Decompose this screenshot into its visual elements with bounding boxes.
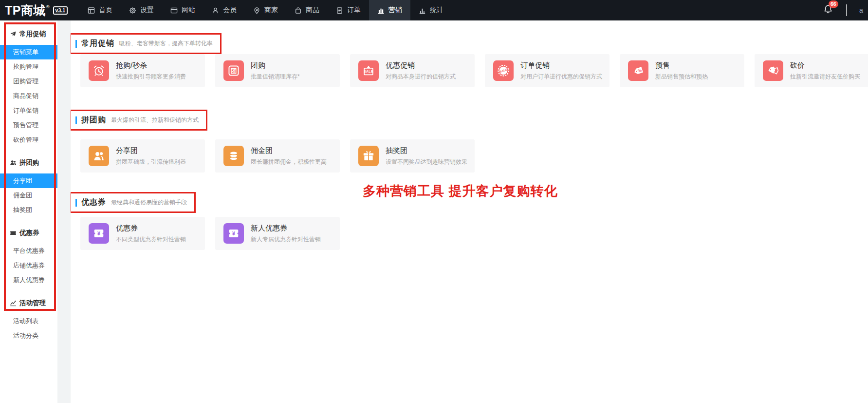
- sidebar-group-coupon[interactable]: 优惠券: [0, 227, 57, 239]
- sidebar-item-bargain-manage[interactable]: 砍价管理: [0, 133, 57, 147]
- section-coupon: 优惠券最经典和通俗易懂的营销手段¥优惠券不同类型优惠券针对性营销¥新人优惠券新人…: [71, 192, 868, 250]
- website-icon: [170, 7, 178, 14]
- nav-item-label: 首页: [99, 6, 112, 15]
- sidebar-item-label: 营销菜单: [13, 48, 38, 56]
- people-icon: [10, 159, 17, 166]
- sidebar-item-presale-manage[interactable]: 预售管理: [0, 118, 57, 133]
- sidebar-item-product-promo[interactable]: 商品促销: [0, 89, 57, 103]
- section-subtitle: 最经典和通俗易懂的营销手段: [111, 198, 187, 207]
- coupon-yen-icon: ¥: [89, 223, 109, 244]
- nav-item-label: 商家: [264, 6, 278, 15]
- sidebar-group-label: 常用促销: [19, 30, 46, 38]
- sidebar-group-pin-group-buy[interactable]: 拼团购: [0, 157, 57, 169]
- nav-item-label: 统计: [430, 6, 443, 15]
- section-header-row: 拼团购最火爆的引流、拉新和促销的方式: [71, 110, 868, 131]
- sidebar-item-groupbuy-manage[interactable]: 团购管理: [0, 74, 57, 89]
- marketing-icon: [377, 7, 385, 14]
- sidebar-item-activity-list[interactable]: 活动列表: [0, 314, 57, 328]
- card-text: 订单促销对用户订单进行优惠的促销方式: [520, 61, 602, 81]
- sidebar-item-flash-manage[interactable]: 抢购管理: [0, 59, 57, 74]
- sidebar-item-label: 佣金团: [13, 192, 32, 199]
- notification-bell[interactable]: 66: [823, 4, 833, 17]
- card-desc: 对商品本身进行的促销方式: [386, 73, 456, 81]
- card-text: 团购批量促销清理库存*: [251, 61, 300, 81]
- sidebar-item-commission-group[interactable]: 佣金团: [0, 188, 57, 203]
- sidebar-item-label: 订单促销: [13, 107, 38, 114]
- sidebar-item-label: 分享团: [13, 177, 32, 184]
- nav-item-stats[interactable]: 统计: [410, 0, 452, 20]
- merchant-icon: [253, 7, 260, 14]
- sidebar-item-label: 商品促销: [13, 92, 38, 99]
- version-badge: v3.1: [53, 6, 68, 15]
- nav-item-marketing[interactable]: 营销: [369, 0, 410, 20]
- promo-icon: [10, 31, 17, 38]
- nav-item-label: 设置: [140, 6, 154, 15]
- product-icon: [295, 7, 302, 14]
- sidebar-item-activity-category[interactable]: 活动分类: [0, 328, 57, 343]
- annotation-box-coupon-header: 优惠券最经典和通俗易懂的营销手段: [71, 192, 196, 213]
- section-accent-bar: [75, 40, 77, 48]
- section-accent-bar: [75, 116, 77, 124]
- card-bargain[interactable]: 砍价拉新引流邀请好友低价购买: [755, 54, 868, 87]
- card-presale[interactable]: %预售新品销售预估和预热: [620, 54, 744, 87]
- section-common-promo: 常用促销吸粉、老客带新客，提高下单转化率抢购/秒杀快速抢购引导顾客更多消费团团购…: [71, 33, 868, 87]
- card-order-promo[interactable]: SALE订单促销对用户订单进行优惠的促销方式: [485, 54, 609, 87]
- nav-item-member[interactable]: 会员: [203, 0, 245, 20]
- sections-container: 常用促销吸粉、老客带新客，提高下单转化率抢购/秒杀快速抢购引导顾客更多消费团团购…: [71, 33, 868, 250]
- nav-item-product[interactable]: 商品: [286, 0, 328, 20]
- card-flash-sale[interactable]: 抢购/秒杀快速抢购引导顾客更多消费: [80, 54, 205, 87]
- main-content: 常用促销吸粉、老客带新客，提高下单转化率抢购/秒杀快速抢购引导顾客更多消费团团购…: [71, 20, 868, 403]
- sidebar-group-common-promo[interactable]: 常用促销: [0, 28, 57, 40]
- nav-item-label: 会员: [223, 6, 237, 15]
- card-title: 优惠券: [116, 224, 186, 233]
- sidebar-item-platform-coupon[interactable]: 平台优惠券: [0, 244, 57, 258]
- user-menu[interactable]: a: [859, 6, 864, 14]
- sale-sign-icon: SALE: [358, 60, 379, 81]
- card-title: 佣金团: [251, 146, 327, 155]
- card-new-user-coupon[interactable]: ¥新人优惠券新人专属优惠券针对性营销: [215, 217, 340, 250]
- card-discount-promo[interactable]: SALE优惠促销对商品本身进行的促销方式: [350, 54, 475, 87]
- sidebar-item-shop-coupon[interactable]: 店铺优惠券: [0, 258, 57, 273]
- annotation-box-common-promo-header: 常用促销吸粉、老客带新客，提高下单转化率: [71, 33, 222, 54]
- nav-item-settings[interactable]: 设置: [121, 0, 162, 20]
- nav-item-label: 商品: [306, 6, 319, 15]
- sidebar-item-new-user-coupon[interactable]: 新人优惠券: [0, 273, 57, 288]
- app-logo[interactable]: TP商城® v3.1: [0, 2, 72, 19]
- card-text: 新人优惠券新人专属优惠券针对性营销: [251, 224, 321, 244]
- sidebar-group-activity-manage[interactable]: 活动管理: [0, 297, 57, 309]
- nav-item-merchant[interactable]: 商家: [245, 0, 286, 20]
- sidebar-item-share-group[interactable]: 分享团: [0, 173, 57, 188]
- sidebar-item-label: 抢购管理: [13, 63, 38, 70]
- card-row: 分享团拼团基础版，引流传播利器佣金团团长赚拼团佣金，积极性更高抽奖团设置不同奖品…: [80, 139, 868, 173]
- card-desc: 批量促销清理库存*: [251, 73, 300, 81]
- card-text: 分享团拼团基础版，引流传播利器: [116, 146, 186, 166]
- sidebar-item-marketing-menu[interactable]: 营销菜单: [0, 45, 57, 59]
- svg-text:团: 团: [231, 67, 237, 75]
- section-subtitle: 最火爆的引流、拉新和促销的方式: [111, 116, 199, 124]
- order-icon: [336, 7, 343, 14]
- card-desc: 快速抢购引导顾客更多消费: [116, 73, 186, 81]
- nav-item-home[interactable]: 首页: [79, 0, 121, 20]
- member-icon: [212, 7, 219, 14]
- card-lottery-group[interactable]: 抽奖团设置不同奖品达到趣味营销效果: [350, 139, 475, 173]
- nav-item-website[interactable]: 网站: [162, 0, 203, 20]
- notification-badge: 66: [829, 0, 838, 8]
- card-commission-group[interactable]: 佣金团团长赚拼团佣金，积极性更高: [215, 139, 340, 173]
- card-title: 预售: [655, 61, 708, 70]
- card-desc: 拉新引流邀请好友低价购买: [790, 73, 860, 81]
- card-row: 抢购/秒杀快速抢购引导顾客更多消费团团购批量促销清理库存*SALE优惠促销对商品…: [80, 54, 868, 87]
- section-title: 常用促销: [81, 38, 114, 49]
- sidebar-item-lottery-group[interactable]: 抽奖团: [0, 203, 57, 217]
- card-coupon[interactable]: ¥优惠券不同类型优惠券针对性营销: [80, 217, 205, 250]
- card-share-group[interactable]: 分享团拼团基础版，引流传播利器: [80, 139, 205, 173]
- card-text: 砍价拉新引流邀请好友低价购买: [790, 61, 860, 81]
- card-group-buy[interactable]: 团团购批量促销清理库存*: [215, 54, 340, 87]
- card-title: 新人优惠券: [251, 224, 321, 233]
- card-title: 订单促销: [520, 61, 602, 70]
- annotation-text: 多种营销工具 提升客户复购转化: [363, 182, 558, 200]
- nav-item-order[interactable]: 订单: [328, 0, 369, 20]
- sidebar-item-order-promo[interactable]: 订单促销: [0, 103, 57, 118]
- home-icon: [88, 7, 95, 14]
- sidebar-item-label: 团购管理: [13, 77, 38, 85]
- main-nav: 首页设置网站会员商家商品订单营销统计: [79, 0, 452, 20]
